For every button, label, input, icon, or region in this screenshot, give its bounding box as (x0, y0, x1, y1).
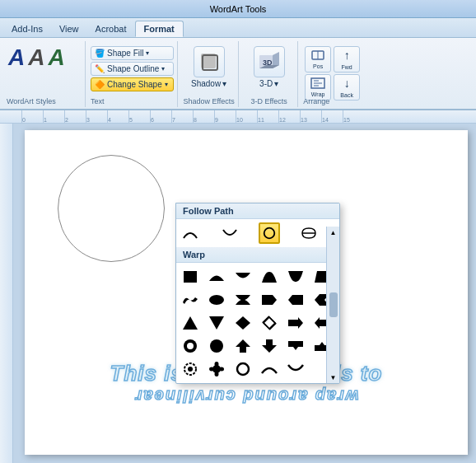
shadow-icon (194, 46, 225, 77)
svg-point-25 (210, 339, 223, 353)
wordart-letter-a3: A (48, 46, 64, 69)
shape-outline-icon: ✏️ (95, 64, 105, 73)
shadow-effects-group: Shadow ▾ Shadow Effects (180, 41, 239, 107)
shape-warp-arrow-up[interactable] (232, 335, 254, 357)
ruler-mark: 5 (128, 110, 150, 124)
shape-warp-square[interactable] (180, 266, 201, 288)
shape-fill-chevron: ▾ (146, 49, 149, 57)
tab-addins[interactable]: Add-Ins (3, 21, 51, 37)
bring-forward-button[interactable]: ↑ Fwd (334, 46, 360, 72)
shape-warp-arrow-right[interactable] (285, 312, 306, 334)
shape-warp-circle-outline[interactable] (232, 358, 254, 380)
shape-warp-deflate[interactable] (232, 289, 254, 311)
shape-arch-down[interactable] (219, 222, 240, 244)
shape-warp-gear[interactable] (180, 358, 201, 380)
warp-grid (176, 263, 339, 383)
change-shape-dropdown: Follow Path Warp (175, 203, 340, 384)
svg-point-24 (187, 343, 194, 349)
shape-warp-chevron-left[interactable] (285, 289, 306, 311)
threed-effects-group: 3D 3-D ▾ 3-D Effects (240, 41, 298, 107)
shape-arch-up[interactable] (180, 222, 201, 244)
follow-path-grid (176, 219, 339, 247)
svg-marker-20 (264, 317, 275, 329)
shape-outline-chevron: ▾ (161, 65, 165, 72)
shape-warp-arc-down[interactable] (285, 358, 306, 380)
svg-marker-21 (288, 317, 303, 329)
svg-marker-18 (236, 316, 250, 330)
scroll-down-arrow[interactable]: ▼ (328, 372, 339, 383)
shape-outline-label: Shape Outline (107, 64, 159, 73)
ruler-mark: 4 (107, 110, 128, 124)
shape-fill-button[interactable]: 🪣 Shape Fill ▾ (91, 46, 174, 60)
shape-circle[interactable] (259, 222, 280, 244)
shape-warp-banner1[interactable] (285, 335, 306, 357)
ruler-mark: 12 (278, 110, 300, 124)
shape-warp-fill-circle[interactable] (206, 335, 227, 357)
shape-warp-arch-up[interactable] (206, 266, 227, 288)
shape-warp-diamond2[interactable] (259, 312, 280, 334)
shape-warp-arrow-down[interactable] (259, 335, 280, 357)
ruler-mark: 6 (150, 110, 171, 124)
send-backward-button[interactable]: ↓ Back (334, 74, 360, 101)
shape-warp-arc-up[interactable] (259, 358, 280, 380)
svg-rect-14 (184, 271, 197, 283)
ruler-mark: 15 (343, 110, 364, 124)
svg-point-33 (209, 367, 214, 372)
ruler-marks-h: 0 1 2 3 4 5 6 7 8 9 10 11 12 13 14 15 (21, 110, 364, 124)
svg-point-29 (188, 367, 193, 372)
title-bar: WordArt Tools (0, 0, 476, 18)
ruler-mark: 7 (171, 110, 193, 124)
ruler-mark: 2 (64, 110, 86, 124)
arrange-group: Pos Wrap ↑ Fwd ↓ Back Arrange (300, 41, 366, 107)
ribbon-body: A A A WordArt Styles 🪣 Shape Fill ▾ ✏️ S… (0, 38, 476, 110)
shape-warp-wave1[interactable] (180, 289, 201, 311)
shape-button[interactable] (298, 222, 320, 244)
svg-text:3D: 3D (263, 58, 273, 67)
threed-effects-button[interactable]: 3D 3-D ▾ (247, 43, 292, 100)
shape-warp-triangle-down[interactable] (206, 312, 227, 334)
ruler-mark: 10 (236, 110, 257, 124)
shape-warp-ring[interactable] (180, 335, 201, 357)
wordart-letters: A A A (7, 43, 82, 72)
shadow-effects-button[interactable]: Shadow ▾ (184, 43, 233, 100)
ribbon-tabs: Add-Ins View Acrobat Format (0, 18, 476, 38)
svg-point-15 (209, 295, 224, 305)
wordart-styles-group: A A A WordArt Styles (3, 41, 86, 107)
wordart-line2: wrap around curvilinear (33, 386, 460, 405)
tab-acrobat[interactable]: Acrobat (87, 21, 135, 37)
shape-warp-arch-down[interactable] (232, 266, 254, 288)
shape-format-group: 🪣 Shape Fill ▾ ✏️ Shape Outline ▾ 🔶 Chan… (87, 41, 178, 107)
shape-warp-triangle[interactable] (180, 312, 201, 334)
svg-marker-17 (209, 316, 224, 330)
shape-warp-diamond[interactable] (232, 312, 254, 334)
shape-warp-arch-down-curve[interactable] (285, 266, 306, 288)
shape-warp-inflate[interactable] (206, 289, 227, 311)
tab-format[interactable]: Format (135, 21, 184, 37)
ruler-vertical (0, 124, 13, 463)
svg-marker-27 (262, 339, 277, 353)
shape-warp-arch-curve[interactable] (259, 266, 280, 288)
threed-group-label: 3-D Effects (250, 97, 287, 105)
svg-marker-16 (183, 316, 198, 330)
shape-outline-button[interactable]: ✏️ Shape Outline ▾ (91, 62, 174, 76)
shape-fill-label: Shape Fill (107, 49, 143, 58)
scroll-up-arrow[interactable]: ▲ (328, 227, 339, 238)
position-button[interactable]: Pos (305, 46, 331, 72)
ruler-mark: 3 (86, 110, 107, 124)
dropdown-scrollbar[interactable]: ▲ ▼ (326, 227, 339, 383)
ruler-mark: 13 (300, 110, 321, 124)
threed-icon: 3D (254, 46, 285, 77)
arrange-label: Arrange (303, 97, 329, 105)
tab-view[interactable]: View (51, 21, 87, 37)
scroll-thumb[interactable] (329, 292, 338, 317)
wordart-letter-a1: A (8, 46, 25, 69)
change-shape-button[interactable]: 🔶 Change Shape ▾ (91, 77, 174, 91)
threed-effects-label: 3-D (259, 79, 273, 88)
shape-warp-flower[interactable] (206, 358, 227, 380)
ruler-mark: 0 (21, 110, 43, 124)
ruler-mark: 11 (257, 110, 278, 124)
shape-fill-icon: 🪣 (95, 49, 105, 58)
svg-point-32 (215, 372, 219, 376)
ruler-mark: 8 (193, 110, 214, 124)
shape-warp-chevron-right[interactable] (259, 289, 280, 311)
